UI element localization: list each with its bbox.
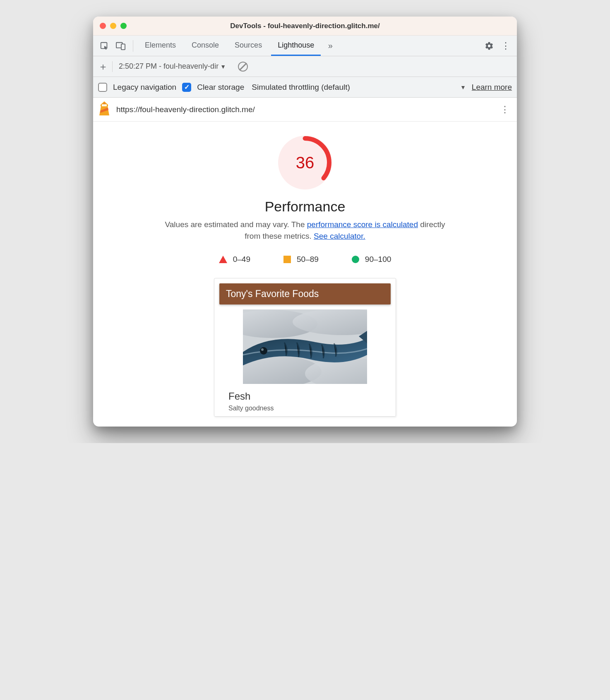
clear-storage-label: Clear storage [197,83,244,92]
devtools-window: DevTools - foul-heavenly-direction.glitc… [93,17,517,427]
svg-rect-4 [102,104,107,106]
chevron-down-icon[interactable]: ▼ [460,84,466,91]
desc-text: Values are estimated and may vary. The [165,220,307,229]
category-title: Performance [103,199,507,215]
kebab-menu-icon[interactable]: ⋮ [499,39,513,53]
fish-image [243,309,367,384]
devtools-tabstrip: Elements Console Sources Lighthouse » ⋮ [93,36,517,56]
legend-fail-label: 0–49 [233,255,250,264]
learn-more-link[interactable]: Learn more [472,83,512,92]
triangle-icon [219,256,227,263]
svg-point-14 [260,347,267,355]
svg-rect-2 [121,44,125,50]
traffic-lights [100,23,127,29]
report-url-row: https://foul-heavenly-direction.glitch.m… [93,98,517,122]
report-select-dropdown[interactable]: 2:50:27 PM - foul-heavenly-dir ▼ [116,60,229,74]
zoom-window-button[interactable] [120,23,127,29]
legend-avg-label: 50–89 [297,255,319,264]
separator [133,40,133,52]
throttling-label: Simulated throttling (default) [252,83,350,92]
screenshot-item-title: Fesh [228,391,382,402]
tab-elements[interactable]: Elements [138,36,183,56]
legend-fail: 0–49 [219,255,250,264]
report-select-label: 2:50:27 PM - foul-heavenly-dir [119,62,219,71]
perf-score-calc-link[interactable]: performance score is calculated [307,220,418,229]
more-tabs-chevron-icon[interactable]: » [323,39,337,53]
legend-pass-label: 90–100 [365,255,391,264]
window-title: DevTools - foul-heavenly-direction.glitc… [93,22,517,30]
separator [112,61,113,72]
close-window-button[interactable] [100,23,106,29]
legacy-navigation-checkbox[interactable] [98,83,107,92]
svg-rect-5 [103,103,105,104]
report-url: https://foul-heavenly-direction.glitch.m… [116,105,255,114]
square-icon [283,256,291,263]
device-toolbar-icon[interactable] [114,39,128,53]
new-report-button[interactable]: ＋ [97,60,109,73]
svg-point-15 [261,348,264,351]
circle-icon [352,256,359,263]
minimize-window-button[interactable] [110,23,116,29]
clear-report-icon[interactable] [238,62,248,72]
tab-lighthouse[interactable]: Lighthouse [271,36,321,56]
tab-console[interactable]: Console [185,36,226,56]
titlebar: DevTools - foul-heavenly-direction.glitc… [93,17,517,36]
performance-score: 36 [278,136,332,189]
chevron-down-icon: ▼ [220,63,226,70]
legend-average: 50–89 [283,255,319,264]
screenshot-header: Tony's Favorite Foods [219,283,391,304]
legend-pass: 90–100 [352,255,391,264]
score-description: Values are estimated and may vary. The p… [156,219,454,242]
lighthouse-settings-bar: Legacy navigation Clear storage Simulate… [93,77,517,98]
lighthouse-icon [98,101,110,117]
clear-storage-checkbox[interactable] [182,83,191,92]
score-legend: 0–49 50–89 90–100 [103,255,507,264]
page-screenshot-card: Tony's Favorite Foods [214,278,396,417]
lighthouse-report-toolbar: ＋ 2:50:27 PM - foul-heavenly-dir ▼ [93,56,517,77]
legacy-navigation-label: Legacy navigation [113,83,176,92]
inspect-element-icon[interactable] [97,39,111,53]
report-options-kebab-icon[interactable]: ⋮ [500,104,510,115]
screenshot-item-subtitle: Salty goodness [228,405,382,412]
gear-icon[interactable] [482,39,496,53]
see-calculator-link[interactable]: See calculator. [314,232,365,240]
lighthouse-report: 36 Performance Values are estimated and … [93,122,517,427]
tab-sources[interactable]: Sources [228,36,269,56]
performance-gauge[interactable]: 36 [278,136,332,189]
